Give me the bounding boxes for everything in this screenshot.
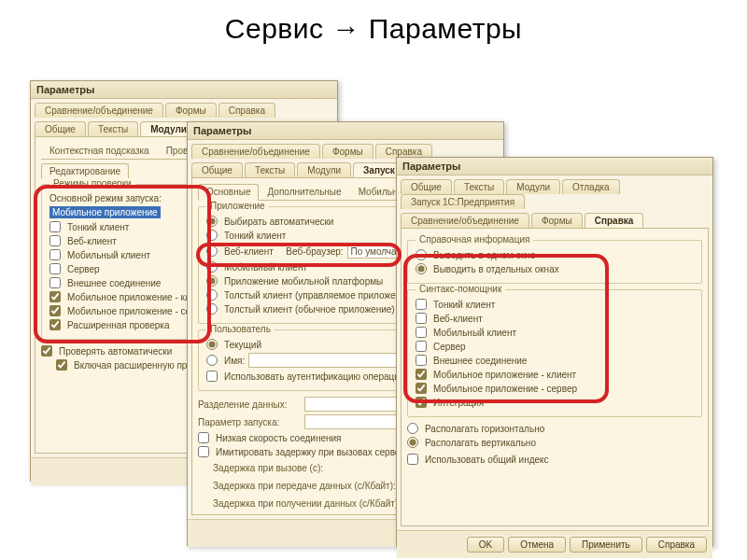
mode-label-2: Мобильный клиент [67,250,150,260]
help-button[interactable]: Справка [646,537,707,553]
mode-check-0[interactable] [49,221,61,232]
radio-one-window[interactable] [416,249,427,260]
syntax-check-1[interactable] [416,313,427,324]
launch-mode-value[interactable]: Мобильное приложение [49,206,161,218]
label-auto-select: Выбирать автоматически [224,217,333,227]
subtab-extra[interactable]: Дополнительные [259,184,349,200]
ok-button[interactable]: OK [467,537,504,553]
check-low-speed[interactable] [198,432,209,443]
radio-user-current[interactable] [206,339,218,350]
label-one-window: Выводить в одном окне [433,250,535,260]
web-browser-label: Веб-браузер: [286,246,343,257]
check-os-auth[interactable] [206,371,218,382]
check-use-index[interactable] [407,454,418,465]
tab-help[interactable]: Справка [585,213,644,228]
syntax-check-5[interactable] [416,369,427,380]
group-help-info: Справочная информация Выводить в одном о… [407,240,702,284]
launch-param-label: Параметр запуска: [198,417,301,427]
mode-label-0: Тонкий клиент [67,222,129,232]
tab-debug[interactable]: Отладка [562,179,620,194]
label-low-speed: Низкая скорость соединения [216,433,342,443]
subtab-context[interactable]: Контекстная подсказка [41,143,158,159]
tab-general[interactable]: Общие [191,162,243,177]
mode-check-6[interactable] [49,305,61,316]
tab-forms[interactable]: Формы [322,144,374,159]
label-thick-managed: Толстый клиент (управляемое приложение) [224,290,415,301]
mode-check-1[interactable] [49,235,61,246]
check-sim-delay[interactable] [198,446,209,457]
mode-label-3: Сервер [67,264,100,274]
subtab-edit[interactable]: Редактирование [41,163,129,179]
tab-modules[interactable]: Модули [297,162,351,177]
tab-compare[interactable]: Сравнение/объединение [191,144,320,159]
label-use-index: Использовать общий индекс [425,455,549,465]
radio-auto-select[interactable] [206,216,218,227]
syntax-check-6[interactable] [416,383,427,394]
label-delay-send: Задержка при передаче данных (с/Кбайт): [213,481,400,491]
radio-mobile-platform[interactable] [206,275,218,287]
mode-check-3[interactable] [49,263,61,274]
tab-general[interactable]: Общие [35,121,86,136]
mode-check-4[interactable] [49,277,61,288]
syntax-check-7[interactable] [416,397,427,408]
radio-arrange-v[interactable] [407,437,418,448]
tab-forms[interactable]: Формы [165,103,217,118]
tab-compare[interactable]: Сравнение/объединение [35,103,163,118]
tab-general[interactable]: Общие [401,179,452,194]
syntax-label-6: Мобильное приложение - сервер [433,384,577,394]
legend-app: Приложение [206,201,269,211]
tab-row-1: Сравнение/объединение Формы Справка [31,99,337,118]
subtab-main[interactable]: Основные [198,184,259,201]
apply-button[interactable]: Применить [570,537,642,553]
mode-check-2[interactable] [49,249,61,260]
tab-texts[interactable]: Тексты [88,121,138,136]
syntax-check-4[interactable] [416,355,427,366]
radio-thick-ordinary[interactable] [206,303,218,315]
label-delay-recv: Задержка при получении данных (с/Кбайт): [213,498,401,509]
legend-help-info: Справочная информация [416,234,533,245]
label-mobile-platform: Приложение мобильной платформы [224,276,383,287]
syntax-label-5: Мобильное приложение - клиент [433,370,576,380]
label-arrange-h: Располагать горизонтально [425,424,544,434]
syntax-check-0[interactable] [416,299,427,310]
window-title: Параметры [31,81,337,99]
split-label: Разделение данных: [198,399,301,410]
legend-user: Пользователь [206,324,275,334]
label-thin: Тонкий клиент [224,231,286,241]
tab-compare[interactable]: Сравнение/объединение [401,213,529,228]
radio-mobile-client[interactable] [206,261,218,273]
cancel-button[interactable]: Отмена [508,537,566,553]
label-user-name: Имя: [224,356,245,366]
tab-texts[interactable]: Тексты [245,162,295,177]
radio-thick-managed[interactable] [206,289,218,301]
syntax-label-3: Сервер [433,342,466,352]
radio-each-window[interactable] [416,263,427,274]
check-auto-label: Проверять автоматически [59,346,172,357]
window-title: Параметры [397,158,712,175]
window-title: Параметры [188,122,503,140]
syntax-check-2[interactable] [416,327,427,338]
mode-check-5[interactable] [49,291,61,302]
label-arrange-v: Располагать вертикально [425,438,536,448]
params-window-3: Параметры Общие Тексты Модули Отладка За… [396,157,713,547]
label-each-window: Выводить в отдельных окнах [433,264,559,274]
tab-modules[interactable]: Модули [506,179,560,194]
syntax-label-1: Веб-клиент [433,314,483,324]
syntax-label-4: Внешнее соединение [433,356,527,366]
radio-web[interactable] [206,245,218,257]
label-web: Веб-клиент [224,246,274,257]
label-user-current: Текущий [224,340,261,350]
slide-title: Сервис → Параметры [0,13,747,45]
radio-arrange-h[interactable] [407,423,418,434]
radio-user-name[interactable] [206,355,218,366]
radio-thin[interactable] [206,230,218,241]
tab-help[interactable]: Справка [218,103,275,118]
check-ext[interactable] [56,359,67,371]
label-thick-ordinary: Толстый клиент (обычное приложение) [224,304,395,315]
tab-launch[interactable]: Запуск 1С:Предприятия [401,194,525,209]
tab-texts[interactable]: Тексты [454,179,504,194]
tab-forms[interactable]: Формы [531,213,583,228]
check-auto[interactable] [41,345,52,357]
syntax-check-3[interactable] [416,341,427,352]
mode-check-7[interactable] [49,319,61,330]
